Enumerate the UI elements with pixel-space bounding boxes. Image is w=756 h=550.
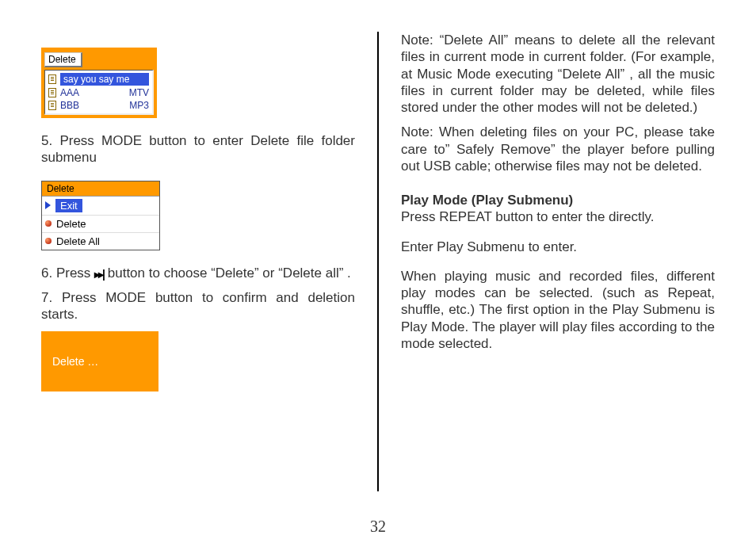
bullet-icon [45, 238, 52, 244]
delete-submenu-screenshot: Delete Exit Delete Delete All [41, 181, 160, 250]
file-icon [48, 88, 57, 97]
note-safely-remove: Note: When deleting files on your PC, pl… [401, 124, 715, 174]
menu-label: Delete All [56, 235, 100, 247]
step-6: 6. Press ▸▸| button to choose “Delete” o… [41, 265, 355, 282]
spacer [401, 182, 715, 192]
file-name: BBB [60, 100, 126, 111]
menu-label: Delete [56, 218, 86, 230]
step-6-pre: 6. Press [41, 265, 94, 281]
delete-list-title: Delete [44, 52, 82, 67]
list-item: Delete [42, 216, 159, 233]
file-name: AAA [60, 87, 126, 98]
next-track-icon: ▸▸| [94, 268, 104, 282]
left-column: Delete say you say me AAA MTV BBB MP3 [29, 32, 377, 491]
step-7: 7. Press MODE button to confirm and dele… [41, 289, 355, 323]
delete-progress-label: Delete … [52, 355, 98, 368]
file-name: say you say me [60, 73, 149, 86]
menu-label: Exit [55, 199, 82, 212]
list-item: Exit [42, 197, 159, 216]
play-mode-description: When playing music and recorded files, d… [401, 268, 715, 352]
delete-progress-screenshot: Delete … [41, 331, 158, 391]
triangle-icon [45, 201, 51, 209]
play-mode-subline: Press REPEAT button to enter the directl… [401, 209, 654, 224]
step-6-post: button to choose “Delete” or “Delete all… [108, 265, 351, 281]
right-column: Note: “Delete All” means to delete all t… [377, 32, 727, 491]
file-icon [48, 74, 57, 84]
note-delete-all: Note: “Delete All” means to delete all t… [401, 32, 715, 116]
list-item: AAA MTV [47, 86, 151, 99]
file-ext: MP3 [129, 100, 149, 111]
step-5: 5. Press MODE button to enter Delete fil… [41, 132, 355, 166]
manual-page: Delete say you say me AAA MTV BBB MP3 [0, 0, 756, 507]
file-icon [48, 101, 57, 110]
delete-submenu-title: Delete [42, 181, 159, 197]
play-mode-heading: Play Mode (Play Submenu) [401, 193, 573, 208]
delete-list-body: say you say me AAA MTV BBB MP3 [44, 70, 154, 115]
page-number: 32 [0, 518, 756, 536]
enter-submenu-line: Enter Play Submenu to enter. [401, 239, 715, 255]
list-item: say you say me [47, 72, 151, 86]
file-ext: MTV [129, 87, 149, 98]
spacer [401, 226, 715, 239]
list-item: BBB MP3 [47, 99, 151, 112]
bullet-icon [45, 220, 52, 227]
list-item: Delete All [42, 233, 159, 250]
delete-file-list-screenshot: Delete say you say me AAA MTV BBB MP3 [41, 48, 157, 118]
